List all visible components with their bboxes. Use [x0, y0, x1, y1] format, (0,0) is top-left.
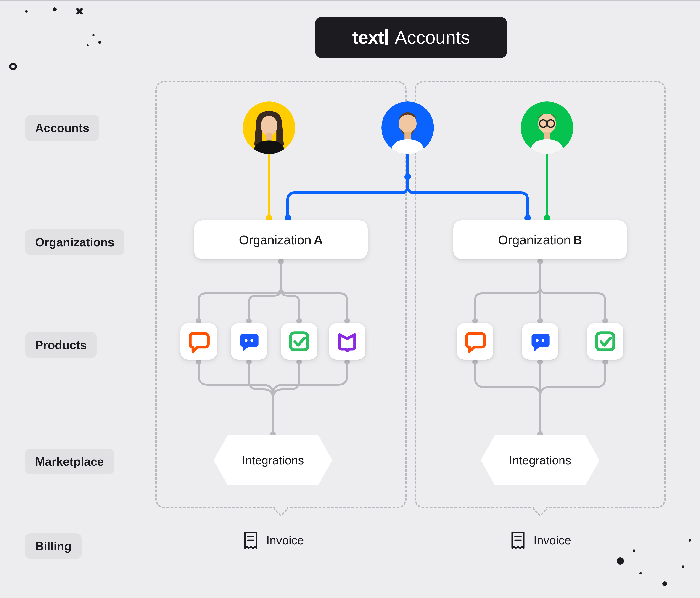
integrations-b: Integrations: [481, 435, 600, 485]
svg-rect-45: [597, 333, 614, 350]
avatar-user-1: [243, 101, 295, 154]
org-b-prefix: Organization: [498, 232, 571, 247]
invoice-a-label: Invoice: [266, 533, 304, 547]
speck: [617, 557, 624, 565]
org-card-b: Organization B: [453, 220, 627, 259]
brand-text: text: [352, 27, 384, 48]
invoice-a: Invoice: [242, 531, 304, 550]
row-label-organizations: Organizations: [25, 230, 124, 255]
diagram-stage: text Accounts Accounts Organizations Pro…: [0, 0, 700, 598]
speck: [662, 581, 667, 586]
org-a-prefix: Organization: [239, 232, 311, 247]
speck: [640, 572, 642, 574]
org-card-a: Organization A: [194, 220, 368, 259]
speck: [25, 10, 28, 13]
speck: [93, 34, 95, 36]
svg-point-44: [542, 339, 545, 342]
header-pill: text Accounts: [315, 17, 507, 58]
svg-point-40: [245, 339, 248, 342]
panel-pointer: [532, 501, 548, 517]
speck: [633, 549, 635, 552]
receipt-icon: [509, 531, 527, 550]
product-livechat-a: [180, 323, 217, 360]
row-label-billing: Billing: [25, 533, 81, 559]
integrations-b-label: Integrations: [509, 453, 571, 467]
svg-rect-33: [404, 132, 411, 139]
svg-point-41: [250, 339, 253, 342]
product-livechat-b: [457, 323, 493, 360]
integrations-a: Integrations: [214, 435, 332, 485]
row-label-marketplace: Marketplace: [25, 449, 114, 474]
brand-logo: text: [352, 27, 388, 48]
invoice-b: Invoice: [509, 531, 571, 550]
product-helpdesk-b: [587, 323, 624, 360]
product-helpdesk-a: [281, 323, 318, 360]
avatar-user-3: [521, 101, 573, 154]
svg-rect-39: [544, 132, 550, 139]
speck: [689, 539, 691, 542]
svg-rect-30: [266, 133, 272, 140]
header-title: Accounts: [395, 27, 470, 48]
svg-rect-42: [291, 333, 308, 350]
panel-pointer: [273, 501, 289, 517]
org-a-bold: A: [314, 232, 323, 247]
speck: [87, 44, 89, 46]
speck: [682, 565, 684, 568]
integrations-a-label: Integrations: [242, 453, 304, 467]
speck: [9, 63, 17, 70]
speck: [98, 41, 101, 44]
cursor-icon: [385, 28, 388, 45]
svg-point-43: [536, 339, 539, 342]
invoice-b-label: Invoice: [533, 533, 571, 547]
product-knowledge-a: [329, 323, 366, 360]
speck: [52, 7, 57, 11]
row-label-accounts: Accounts: [25, 115, 99, 141]
product-chatbot-b: [522, 323, 558, 360]
avatar-user-2: [381, 101, 434, 154]
receipt-icon: [242, 531, 259, 550]
org-b-bold: B: [573, 232, 582, 247]
product-chatbot-a: [231, 323, 267, 360]
row-label-products: Products: [25, 332, 97, 358]
svg-point-29: [260, 116, 277, 136]
